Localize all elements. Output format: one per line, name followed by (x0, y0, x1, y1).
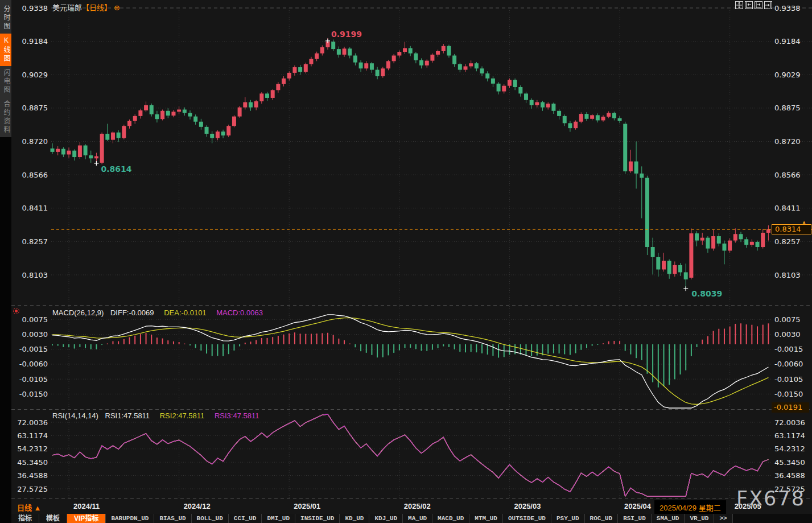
period-selector[interactable]: 日线 ▲ (17, 502, 41, 513)
candle-body (766, 229, 770, 233)
month-tick-label: 2024/11 (73, 502, 100, 510)
selected-date-label: 2025/04/29 星期二 (654, 500, 726, 514)
toolbar-button-模板[interactable]: 模板 (39, 514, 67, 523)
toolbar-button-指标[interactable]: 指标 (11, 514, 39, 523)
candle-body (216, 131, 220, 138)
candle-body (667, 261, 671, 274)
candle-body (634, 162, 638, 174)
low-annotation: 0.8039 (691, 289, 722, 298)
toolbar-button-smaud[interactable]: SMA_UD (652, 514, 685, 523)
candle-body (673, 265, 677, 274)
indicator-target-icon[interactable] (13, 308, 19, 314)
toolbar-button-outsideud[interactable]: OUTSIDE_UD (503, 514, 551, 523)
toolbar-button-cciud[interactable]: CCI_UD (229, 514, 262, 523)
sidebar-tab-flash[interactable]: 闪电图 (0, 66, 11, 97)
toolbar-button-rsiud[interactable]: RSI_UD (618, 514, 652, 523)
candle-body (601, 117, 605, 120)
pan-chart-icon[interactable] (735, 1, 743, 9)
candle-body (138, 110, 142, 116)
high-annotation: 0.9199 (331, 30, 362, 39)
toolbar-button-barupdnud[interactable]: BARUPDN_UD (106, 514, 154, 523)
candle-body (706, 238, 710, 249)
toolbar-button->>[interactable]: >> (714, 514, 732, 523)
candle-body (464, 67, 468, 70)
rsi3-line (52, 414, 768, 496)
candle-body (596, 115, 600, 120)
candle-body (94, 157, 98, 159)
candle-body (651, 247, 655, 257)
toolbar-button-maud[interactable]: MA_UD (403, 514, 432, 523)
candle-body (259, 93, 263, 101)
toolbar-button-vip指标[interactable]: VIP指标 (67, 514, 106, 523)
sidebar-tab-kline[interactable]: K线图 (0, 34, 11, 66)
toolbar-button-mtmud[interactable]: MTM_UD (469, 514, 503, 523)
candle-body (535, 102, 539, 105)
price-tick-right: 0.8103 (774, 271, 801, 279)
sidebar-tab-contract-info[interactable]: 合约资料 (0, 97, 11, 137)
toolbar-button-biasud[interactable]: BIAS_UD (154, 514, 191, 523)
candle-body (508, 80, 512, 85)
price-tick-left: 0.9338 (22, 4, 48, 13)
candle-body (221, 131, 225, 135)
rsi-tick-left: 45.3450 (17, 458, 48, 467)
expand-x-icon[interactable] (755, 1, 762, 9)
candle-body (728, 241, 732, 251)
price-tick-left: 0.8103 (22, 271, 48, 279)
jump-latest-icon[interactable] (764, 1, 772, 9)
candle-body (480, 68, 484, 73)
macd-min-tag: -0.0191 (772, 402, 809, 413)
toolbar-button-vrud[interactable]: VR_UD (685, 514, 714, 523)
candle-body (640, 174, 644, 178)
candle-body (497, 84, 501, 92)
toolbar-button-psyud[interactable]: PSY_UD (551, 514, 585, 523)
price-tick-left: 0.8720 (22, 137, 48, 146)
candle-body (155, 114, 159, 119)
compress-x-icon[interactable] (745, 1, 753, 9)
rsi-tick-left: 36.4588 (17, 471, 48, 480)
crosshair-icon[interactable]: ⊕ (114, 3, 120, 12)
candle-body (761, 233, 765, 247)
candle-body (51, 149, 55, 152)
price-tick-right: 0.9029 (774, 71, 801, 79)
toolbar-button-kdjud[interactable]: KDJ_UD (369, 514, 403, 523)
candle-body (436, 51, 440, 55)
toolbar-button-bollud[interactable]: BOLL_UD (192, 514, 229, 523)
candle-body (442, 46, 446, 51)
candlestick-chart[interactable]: 0.93380.93380.91840.91840.90290.90290.88… (0, 0, 812, 499)
candle-body (546, 104, 550, 107)
sidebar-tab-timeline[interactable]: 分时图 (0, 2, 11, 34)
candle-body (458, 64, 462, 70)
toolbar-button-insideud[interactable]: INSIDE_UD (295, 514, 340, 523)
rsi-tick-right: 54.2312 (774, 444, 805, 453)
candle-body (160, 111, 164, 119)
extreme-cross-marker (94, 161, 98, 166)
candle-body (348, 48, 352, 55)
rsi1-line (52, 414, 768, 496)
macd-dea-value: DEA:-0.0101 (164, 308, 206, 317)
candle-body (750, 242, 754, 245)
candle-body (67, 151, 71, 155)
price-tick-left: 0.8875 (22, 104, 48, 112)
candle-body (298, 67, 302, 72)
sidebar: 分时图 K线图 闪电图 合约资料 (0, 0, 11, 523)
candle-body (551, 104, 555, 111)
price-tick-right: 0.8875 (774, 104, 801, 112)
price-tick-left: 0.8566 (22, 171, 48, 179)
candle-body (392, 56, 396, 61)
candle-body (452, 56, 456, 64)
candle-body (122, 126, 126, 138)
toolbar-button-dmiud[interactable]: DMI_UD (262, 514, 295, 523)
toolbar-button-kdud[interactable]: KD_UD (340, 514, 369, 523)
toolbar-button-rocud[interactable]: ROC_UD (585, 514, 619, 523)
candle-body (117, 133, 121, 138)
indicator-toolbar: 指标模板VIP指标BARUPDN_UDBIAS_UDBOLL_UDCCI_UDD… (11, 514, 812, 523)
macd-tick-right: -0.0150 (774, 390, 803, 398)
candle-body (717, 236, 721, 244)
candle-body (739, 234, 743, 239)
toolbar-button-macdud[interactable]: MACD_UD (432, 514, 469, 523)
candle-body (61, 149, 65, 155)
candle-body (695, 233, 699, 241)
price-tick-right: 0.9184 (774, 37, 801, 46)
macd-tick-left: 0.0075 (22, 315, 48, 324)
macd-tick-right: -0.0105 (774, 375, 803, 384)
